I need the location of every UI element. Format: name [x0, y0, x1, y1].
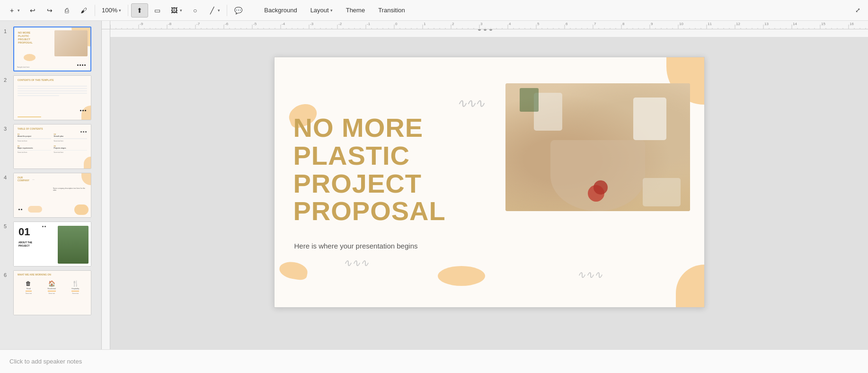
menu-transition[interactable]: Transition	[372, 4, 412, 17]
slide-thumbnail-2: CONTENTS OF THIS TEMPLATE	[13, 75, 91, 120]
main-slide-photo	[505, 83, 690, 211]
text-box-icon: ▭	[153, 6, 161, 15]
svg-text:-1: -1	[367, 22, 371, 26]
add-icon: +	[8, 6, 16, 15]
svg-text:-3: -3	[310, 22, 314, 26]
text-tool-button[interactable]: ▭	[149, 3, 165, 18]
svg-text:3: 3	[480, 22, 483, 26]
svg-text:-4: -4	[282, 22, 285, 26]
horizontal-ruler: -9-8-7-6-5-4-3-2-10123456789101112131415…	[110, 21, 868, 29]
svg-text:5: 5	[537, 22, 540, 26]
shape-icon: ○	[191, 6, 199, 15]
main-title-line3: PROJECT	[293, 170, 446, 198]
image-icon: 🖼	[170, 6, 178, 15]
menu-background[interactable]: Background	[257, 4, 303, 17]
slide1-thumb-blob	[24, 54, 35, 61]
slide3-accent	[84, 157, 91, 169]
print-button[interactable]: ⎙	[59, 3, 75, 18]
line-tool-button[interactable]: ╱ ▾	[204, 3, 224, 18]
deco-wave-bottom-right: ∿∿∿	[577, 269, 602, 281]
slide-number-4: 4	[4, 175, 10, 180]
toolbar: + ▾ ↩ ↪ ⎙ 🖌 100% ▾ ⬆ ▭ 🖼 ▾	[0, 0, 868, 21]
h-ruler-svg: -9-8-7-6-5-4-3-2-10123456789101112131415…	[110, 21, 868, 29]
slide3-title: TABLE OF CONTENTS	[18, 127, 43, 130]
line-icon: ╱	[208, 6, 216, 15]
main-slide[interactable]: ∿∿∿ ∿∿∿ ∿∿∿	[274, 57, 705, 308]
main-title-line4: PROPOSAL	[293, 197, 446, 225]
comment-icon: 💬	[234, 6, 242, 15]
svg-text:15: 15	[821, 22, 825, 26]
slide-item-3[interactable]: 3 TABLE OF CONTENTS 01 About the project…	[0, 122, 101, 171]
add-dropdown-arrow: ▾	[18, 8, 20, 13]
slide-number-1: 1	[4, 28, 10, 34]
svg-text:8: 8	[622, 22, 625, 26]
slide-item-5[interactable]: 5 01 ABOUT THEPROJECT	[0, 220, 101, 268]
deco-wave-bottom-left: ∿∿∿	[343, 257, 369, 269]
slide-item-2[interactable]: 2 CONTENTS OF THIS TEMPLATE	[0, 73, 101, 122]
menu-items: Background Layout ▾ Theme Transition	[257, 4, 412, 17]
undo-button[interactable]: ↩	[25, 3, 41, 18]
slides-panel: 1 NO MOREPLASTICPROJECTPROPOSAL Sample t…	[0, 21, 102, 349]
slide2-accent	[81, 106, 91, 120]
menu-layout[interactable]: Layout ▾	[304, 4, 339, 17]
zoom-dropdown-arrow: ▾	[119, 8, 121, 13]
undo-icon: ↩	[28, 6, 37, 15]
zoom-label: 100%	[102, 7, 117, 14]
slide4-title: OURCOMPANY	[18, 176, 29, 182]
canvas-inner[interactable]: ∿∿∿ ∿∿∿ ∿∿∿	[110, 29, 868, 335]
slide1-thumb-image	[54, 30, 88, 56]
deco-blob-bottom-center	[438, 266, 485, 286]
canvas-area: -9-8-7-6-5-4-3-2-10123456789101112131415…	[102, 21, 868, 349]
svg-text:-7: -7	[196, 22, 200, 26]
fullscreen-button[interactable]: ⤢	[851, 3, 864, 18]
print-icon: ⎙	[62, 6, 71, 15]
slide-thumbnail-4: OURCOMPANY Some company description text…	[13, 173, 91, 218]
slide-thumbnail-5: 01 ABOUT THEPROJECT	[13, 222, 91, 266]
vertical-ruler	[102, 29, 110, 349]
main-title-line1: NO MORE	[293, 114, 446, 142]
svg-text:-9: -9	[140, 22, 143, 26]
photo-inner	[505, 83, 690, 211]
separator-1	[95, 5, 95, 16]
image-tool-button[interactable]: 🖼 ▾	[166, 3, 186, 18]
svg-text:2: 2	[452, 22, 454, 26]
main-subtitle: Here is where your presentation begins	[294, 242, 418, 250]
slide-item-4[interactable]: 4 OURCOMPANY Some company description te…	[0, 171, 101, 220]
svg-text:12: 12	[736, 22, 740, 26]
paint-format-button[interactable]: 🖌	[76, 3, 92, 18]
svg-text:-8: -8	[168, 22, 172, 26]
svg-text:-2: -2	[338, 22, 342, 26]
comment-button[interactable]: 💬	[230, 3, 246, 18]
svg-text:11: 11	[708, 22, 712, 26]
slide-item-1[interactable]: 1 NO MOREPLASTICPROJECTPROPOSAL Sample t…	[0, 25, 101, 73]
slide-number-5: 5	[4, 223, 10, 229]
add-button[interactable]: + ▾	[4, 3, 24, 18]
shape-tool-button[interactable]: ○	[187, 3, 203, 18]
slide3-grid: 01 About the project Some text here 04 G…	[18, 133, 87, 153]
slide-item-6[interactable]: 6 WHAT WE ARE WORKING ON 🗑 Retail Some t…	[0, 268, 101, 317]
layout-arrow: ▾	[330, 8, 333, 13]
slide-number-6: 6	[4, 272, 10, 278]
slide4-text: Some company description text here for t…	[53, 187, 86, 191]
menu-theme[interactable]: Theme	[339, 4, 372, 17]
deco-blob-bottom-left	[278, 260, 309, 281]
select-tool-button[interactable]: ⬆	[131, 3, 148, 18]
slide-thumbnail-3: TABLE OF CONTENTS 01 About the project S…	[13, 124, 91, 169]
redo-button[interactable]: ↪	[42, 3, 58, 18]
slide-number-3: 3	[4, 126, 10, 132]
deco-orange-bottom-right	[676, 265, 704, 307]
fullscreen-icon: ⤢	[855, 7, 860, 14]
slide1-thumb-bottom: Sample text here	[17, 66, 29, 68]
line-dropdown-arrow: ▾	[218, 8, 220, 13]
redo-icon: ↪	[45, 6, 54, 15]
slide4-blob	[74, 204, 89, 215]
slide4-dots	[18, 209, 25, 210]
main-title-line2: PLASTIC	[293, 142, 446, 170]
slide-thumbnail-1: NO MOREPLASTICPROJECTPROPOSAL Sample tex…	[13, 27, 91, 71]
svg-text:1: 1	[424, 22, 426, 26]
speaker-notes[interactable]: Click to add speaker notes	[0, 349, 868, 373]
slide3-dots	[80, 131, 87, 133]
slide2-lines	[18, 84, 87, 98]
zoom-button[interactable]: 100% ▾	[98, 3, 125, 18]
svg-text:10: 10	[679, 22, 683, 26]
